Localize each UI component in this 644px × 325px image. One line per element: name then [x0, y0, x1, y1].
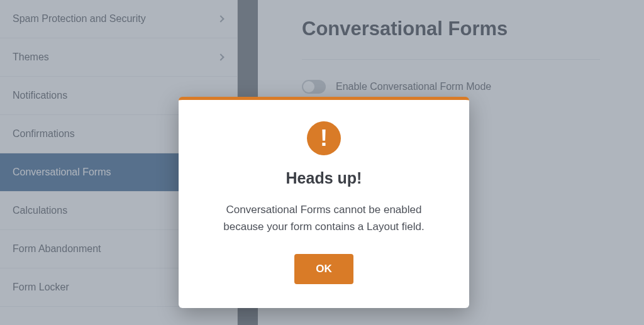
warning-icon: ! — [307, 121, 341, 155]
alert-modal: ! Heads up! Conversational Forms cannot … — [179, 97, 469, 308]
ok-button[interactable]: OK — [294, 254, 353, 284]
modal-title: Heads up! — [201, 169, 447, 187]
modal-message: Conversational Forms cannot be enabled b… — [201, 201, 447, 235]
exclamation-icon: ! — [320, 127, 328, 150]
